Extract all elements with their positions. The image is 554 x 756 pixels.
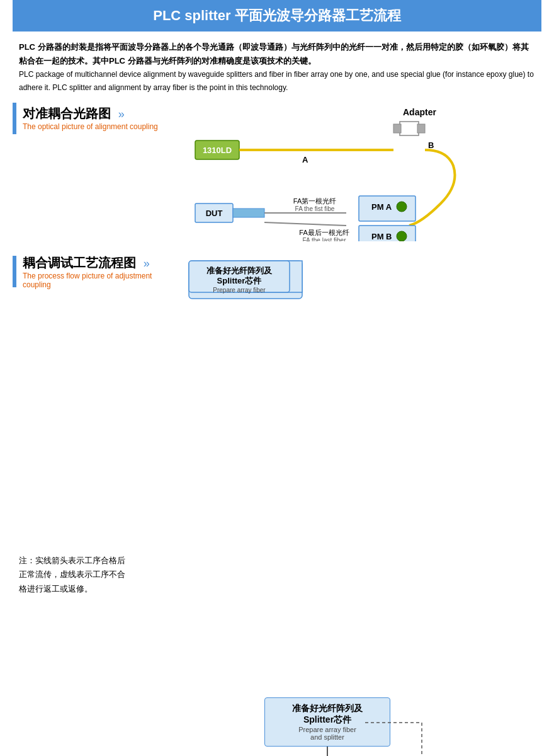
svg-rect-10 xyxy=(233,209,264,217)
svg-text:Splitter芯件: Splitter芯件 xyxy=(217,276,263,285)
page-title: PLC splitter 平面光波导分路器工艺流程 xyxy=(13,6,541,25)
svg-point-22 xyxy=(397,231,407,241)
optical-diagram-area: Adapter 1310LD A B DUT xyxy=(170,103,541,243)
section1-bar xyxy=(13,103,16,134)
arrow1 xyxy=(264,747,390,756)
section2-header-and-remark: 耦合调试工艺流程图 » The process flow picture of … xyxy=(13,255,164,756)
optical-diagram-svg: Adapter 1310LD A B DUT xyxy=(176,103,478,241)
svg-text:PM  B: PM B xyxy=(371,232,392,241)
flow-step1: 准备好光纤阵列及Splitter芯件 Prepare array fiberan… xyxy=(264,697,390,747)
svg-rect-2 xyxy=(417,124,425,133)
svg-rect-0 xyxy=(400,122,419,135)
intro-cn: PLC 分路器的封装是指将平面波导分路器上的各个导光通路（即波导通路）与光纤阵列… xyxy=(19,40,535,68)
intro-en: PLC package of multichannel device align… xyxy=(19,68,535,94)
top-section: 对准耦合光路图 » The optical picture of alignme… xyxy=(13,103,541,243)
step1-en: Prepare array fiberand splitter xyxy=(273,726,382,741)
svg-rect-1 xyxy=(393,124,401,133)
flowchart-area: 准备好光纤阵列及 Splitter芯件 Prepare array fiber … xyxy=(170,255,541,756)
section2-title-en: The process flow picture of adjustment c… xyxy=(23,272,164,289)
svg-text:准备好光纤阵列及: 准备好光纤阵列及 xyxy=(206,266,273,275)
title-bar: PLC splitter 平面光波导分路器工艺流程 xyxy=(13,0,541,32)
section2-title-cn: 耦合调试工艺流程图 xyxy=(23,256,136,270)
remark-cn: 注：实线箭头表示工序合格后 正常流传，虚线表示工序不合 格进行返工或返修。 xyxy=(19,554,157,597)
section1-title-en: The optical picture of alignment couplin… xyxy=(23,122,158,131)
intro-block: PLC 分路器的封装是指将平面波导分路器上的各个导光通路（即波导通路）与光纤阵列… xyxy=(13,40,541,94)
flowchart-svg: 准备好光纤阵列及 Splitter芯件 Prepare array fiber xyxy=(176,255,447,696)
adapter-label: Adapter xyxy=(403,107,436,117)
section2-arrows: » xyxy=(144,257,150,270)
section2-bar xyxy=(13,256,16,287)
svg-text:B: B xyxy=(428,140,434,150)
svg-text:Prepare array fiber: Prepare array fiber xyxy=(213,287,266,294)
svg-text:FA第一根光纤: FA第一根光纤 xyxy=(293,197,336,205)
svg-text:DUT: DUT xyxy=(206,209,223,218)
svg-text:PM  A: PM A xyxy=(371,202,392,212)
section1-header: 对准耦合光路图 » The optical picture of alignme… xyxy=(13,103,164,243)
section1-title-cn: 对准耦合光路图 xyxy=(23,106,111,120)
svg-text:FA the fist fibe: FA the fist fibe xyxy=(295,205,335,212)
svg-text:1310LD: 1310LD xyxy=(203,146,232,155)
svg-text:A: A xyxy=(302,155,308,164)
svg-text:FA the last fiber: FA the last fiber xyxy=(303,237,347,241)
section1-arrows: » xyxy=(118,108,125,120)
bottom-section: 耦合调试工艺流程图 » The process flow picture of … xyxy=(13,255,541,756)
step1-cn: 准备好光纤阵列及Splitter芯件 xyxy=(273,703,382,726)
svg-line-12 xyxy=(264,222,346,226)
svg-point-19 xyxy=(397,202,407,212)
svg-text:FA最后一根光纤: FA最后一根光纤 xyxy=(299,229,349,236)
